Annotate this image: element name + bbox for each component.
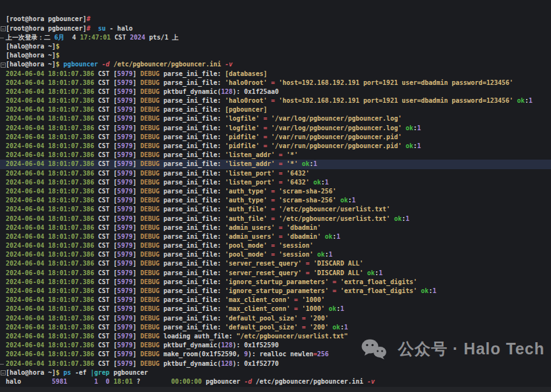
terminal-line: 2024-06-04 18:01:07.386 CST [5979] DEBUG… — [0, 278, 551, 287]
text-segment: 2024-06-04 18:01:07.386 — [6, 151, 94, 158]
text-segment: ] — [133, 278, 140, 285]
text-segment: DEBUG — [140, 242, 160, 249]
text-segment: DEBUG — [140, 233, 160, 240]
text-segment: 5979 — [117, 133, 133, 140]
text-segment: -d — [244, 378, 252, 385]
terminal-line: 2024-06-04 18:01:07.386 CST [5979] DEBUG… — [0, 133, 551, 142]
text-segment: 5979 — [117, 324, 133, 331]
text-segment: DEBUG — [140, 151, 160, 158]
text-segment: DEBUG — [140, 224, 160, 231]
text-segment: 2024-06-04 18:01:07.386 — [6, 142, 94, 149]
terminal-line: 2024-06-04 18:01:07.386 CST [5979] DEBUG… — [0, 114, 551, 123]
text-segment: parse_ini_file: — [163, 170, 225, 177]
text-segment: '200' — [310, 315, 329, 322]
fold-collapse-icon[interactable] — [1, 63, 6, 68]
text-segment: 'host=192.168.192.191 port=1921 user=dba… — [279, 79, 513, 86]
text-segment: 128 — [221, 342, 232, 349]
text-segment: 'ignore_startup_parameters' — [225, 278, 329, 285]
text-segment: 1 — [417, 142, 421, 149]
text-segment: CST [ — [94, 242, 117, 249]
text-segment: 'max_client_conn' — [225, 296, 290, 303]
terminal-line: [halo@hora ~]$ — [0, 51, 551, 60]
text-segment: ok — [329, 305, 336, 312]
terminal-screen[interactable]: [root@hora pgbouncer]#[root@hora pgbounc… — [0, 0, 551, 387]
text-segment: DEBUG — [140, 197, 160, 204]
text-segment: 5979 — [117, 88, 133, 95]
text-segment: 2024-06-04 18:01:07.386 — [6, 179, 94, 186]
text-segment: ok — [367, 269, 375, 276]
text-segment: $ — [56, 52, 59, 59]
text-segment: parse_ini_file: — [163, 296, 225, 303]
text-segment: 17:47:01 — [80, 34, 110, 41]
text-segment: 'dbadmin' — [287, 224, 321, 231]
text-segment: ] — [133, 88, 140, 95]
text-segment: 1 — [313, 160, 317, 167]
text-segment: DEBUG — [140, 215, 160, 222]
terminal-line: [halo@hora ~]$ pgbouncer -d /etc/pgbounc… — [0, 60, 551, 69]
text-segment: parse_ini_file: — [163, 79, 225, 86]
text-segment: 'max_client_conn' — [225, 305, 290, 312]
text-segment: 'pool_mode' — [225, 242, 267, 249]
text-segment: ] — [133, 151, 140, 158]
text-segment: ok — [313, 179, 321, 186]
text-segment: [halo@hora ~] — [6, 52, 56, 59]
terminal-line: 2024-06-04 18:01:07.386 CST [5979] DEBUG… — [0, 70, 551, 79]
text-segment: [root@hora pgbouncer] — [6, 15, 86, 22]
text-segment: 'admin_users' — [225, 224, 275, 231]
text-segment: ] — [133, 224, 140, 231]
text-segment: 'halo0root' — [225, 79, 267, 86]
fold-collapse-icon[interactable] — [1, 370, 6, 375]
text-segment: parse_ini_file: — [163, 206, 225, 213]
text-segment: ] — [133, 97, 140, 104]
terminal-line: 2024-06-04 18:01:07.386 CST [5979] DEBUG… — [0, 96, 551, 105]
text-segment: 5979 — [117, 97, 133, 104]
text-segment: 5979 — [117, 287, 133, 294]
text-segment: ] — [133, 170, 140, 177]
text-segment: parse_ini_file: — [163, 106, 225, 113]
text-segment: '6432' — [287, 179, 310, 186]
text-segment: 2024-06-04 18:01:07.386 — [6, 251, 94, 258]
text-segment: 1 — [325, 179, 329, 186]
text-segment: parse_ini_file: — [163, 260, 225, 267]
text-segment: CST [ — [94, 160, 117, 167]
text-segment: 5979 — [117, 215, 133, 222]
text-segment: '/etc/pgbouncer/userlist.txt' — [279, 215, 391, 222]
text-segment: pgbouncer — [202, 378, 244, 385]
text-segment: ] — [133, 251, 140, 258]
text-segment: DEBUG — [140, 324, 160, 331]
terminal-line-highlighted: 2024-06-04 18:01:07.386 CST [5979] DEBUG… — [0, 160, 551, 169]
text-segment: CST [ — [94, 115, 117, 122]
fold-collapse-icon[interactable] — [1, 26, 6, 31]
text-segment: parse_ini_file: — [163, 151, 225, 158]
text-segment: ): 0x1f25aa0 — [232, 88, 278, 95]
text-segment: 1 — [340, 305, 344, 312]
text-segment: CST [ — [94, 224, 117, 231]
terminal-line: 2024-06-04 18:01:07.386 CST [5979] DEBUG… — [0, 250, 551, 259]
fold-end-marker — [0, 364, 4, 365]
text-segment: /etc/pgbouncer/pgbouncer.ini — [114, 61, 222, 68]
text-segment: DEBUG — [140, 115, 160, 122]
text-segment: CST [ — [94, 315, 117, 322]
terminal-line: 2024-06-04 18:01:07.386 CST [5979] DEBUG… — [0, 269, 551, 278]
text-segment: # — [86, 15, 90, 22]
text-segment: loading auth_file: — [163, 333, 236, 340]
text-segment: '/var/log/pgbouncer/pgbouncer.log' — [271, 124, 402, 132]
text-segment: [databases] — [225, 70, 267, 77]
text-segment: -v — [225, 61, 232, 68]
text-segment: 5979 — [117, 296, 133, 303]
text-segment: 2024-06-04 18:01:07.386 — [6, 233, 94, 240]
text-segment: ] — [133, 188, 140, 195]
text-segment: parse_ini_file: — [163, 233, 225, 240]
text-segment: '6432' — [287, 170, 310, 177]
text-segment: ] — [133, 70, 140, 77]
text-segment: CST [ — [94, 324, 117, 331]
text-segment: 2024 — [130, 34, 145, 41]
text-segment: DEBUG — [140, 305, 160, 312]
text-segment: 5979 — [117, 124, 133, 132]
text-segment: ] — [133, 324, 140, 331]
text-segment: ] — [133, 305, 140, 312]
text-segment: 'admin_users' — [225, 233, 275, 240]
text-segment: 5979 — [117, 170, 133, 177]
text-segment: parse_ini_file: — [163, 179, 225, 186]
text-segment: 2024-06-04 18:01:07.386 — [6, 197, 94, 204]
